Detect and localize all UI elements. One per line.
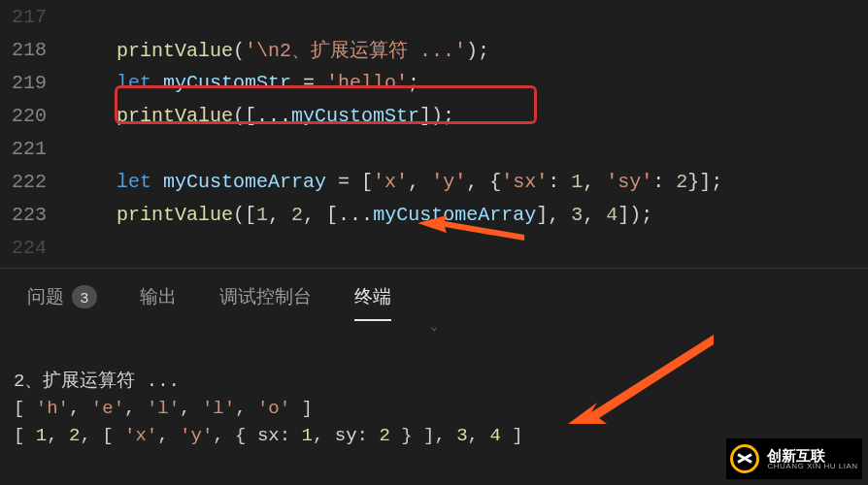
line-number: 220 (0, 105, 70, 127)
tab-output[interactable]: 输出 (140, 284, 177, 309)
code-line[interactable]: 219 let myCustomStr = 'hello'; (0, 66, 868, 99)
line-number: 218 (0, 39, 70, 61)
code-content: printValue([...myCustomStr]); (70, 105, 454, 127)
code-editor[interactable]: 217218 printValue('\n2、扩展运算符 ...');219 l… (0, 0, 868, 264)
watermark-logo-icon (730, 444, 759, 473)
tab-label: 终端 (354, 284, 391, 309)
caret-indicator-icon: ⌄ (0, 319, 868, 333)
panel-tabs: 问题 3 输出 调试控制台 终端 (0, 268, 868, 319)
code-line[interactable]: 218 printValue('\n2、扩展运算符 ...'); (0, 33, 868, 66)
watermark-text-py: CHUANG XIN HU LIAN (767, 463, 857, 470)
code-line[interactable]: 220 printValue([...myCustomStr]); (0, 99, 868, 132)
code-line[interactable]: 222 let myCustomeArray = ['x', 'y', {'sx… (0, 165, 868, 198)
watermark-text-cn: 创新互联 (767, 448, 857, 463)
code-content: printValue([1, 2, [...myCustomeArray], 3… (70, 204, 652, 226)
code-line[interactable]: 224 (0, 231, 868, 264)
line-number: 224 (0, 237, 70, 259)
code-line[interactable]: 223 printValue([1, 2, [...myCustomeArray… (0, 198, 868, 231)
line-number: 223 (0, 204, 70, 226)
code-line[interactable]: 217 (0, 0, 868, 33)
code-line[interactable]: 221 (0, 132, 868, 165)
line-number: 222 (0, 171, 70, 193)
line-number: 217 (0, 6, 70, 28)
code-content: let myCustomeArray = ['x', 'y', {'sx': 1… (70, 171, 722, 193)
code-content: printValue('\n2、扩展运算符 ...'); (70, 37, 489, 63)
tab-terminal[interactable]: 终端 (354, 284, 391, 309)
line-number: 221 (0, 138, 70, 160)
tab-label: 调试控制台 (219, 284, 312, 309)
problems-badge: 3 (72, 285, 97, 308)
tab-label: 输出 (140, 284, 177, 309)
tab-label: 问题 (27, 284, 64, 309)
line-number: 219 (0, 72, 70, 94)
terminal-line: [ 'h', 'e', 'l', 'l', 'o' ] (14, 395, 854, 422)
tab-problems[interactable]: 问题 3 (27, 284, 97, 309)
terminal-line: 2、扩展运算符 ... (14, 368, 854, 395)
watermark: 创新互联 CHUANG XIN HU LIAN (726, 438, 862, 479)
code-content: let myCustomStr = 'hello'; (70, 72, 419, 94)
tab-debug-console[interactable]: 调试控制台 (219, 284, 312, 309)
